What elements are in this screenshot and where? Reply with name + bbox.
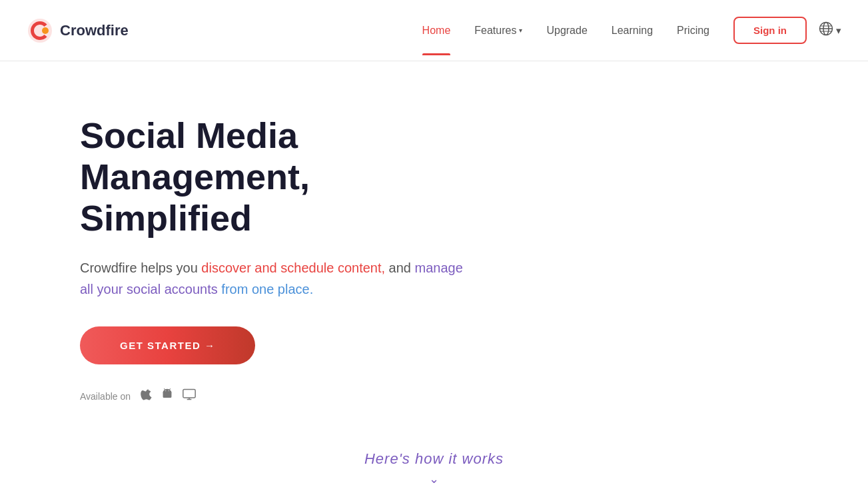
how-it-works-section: Here's how it works ⌄ xyxy=(0,430,868,497)
nav-links: Home Features ▾ Upgrade Learning Pricing xyxy=(422,25,709,37)
nav-item-learning: Learning xyxy=(612,25,653,37)
android-icon xyxy=(161,388,173,404)
nav-link-pricing[interactable]: Pricing xyxy=(677,25,709,36)
logo-link[interactable]: Crowdfire xyxy=(27,17,129,44)
logo-icon xyxy=(27,17,53,44)
hero-title: Social Media Management, Simplified xyxy=(80,115,466,239)
available-on-label: Available on xyxy=(80,391,131,402)
nav-item-features: Features ▾ xyxy=(474,25,522,37)
nav-link-home[interactable]: Home xyxy=(422,25,451,36)
get-started-label: GET STARTED → xyxy=(120,340,215,351)
logo-text: Crowdfire xyxy=(60,22,129,39)
nav-link-upgrade[interactable]: Upgrade xyxy=(546,25,587,36)
hero-highlight-discover: discover and schedule content, xyxy=(201,260,385,275)
nav-link-features[interactable]: Features ▾ xyxy=(474,25,522,37)
language-selector[interactable]: ▾ xyxy=(819,21,841,39)
main-nav: Crowdfire Home Features ▾ Upgrade Learni… xyxy=(0,0,868,61)
lang-chevron: ▾ xyxy=(836,25,841,37)
nav-item-upgrade: Upgrade xyxy=(546,25,587,37)
available-on-section: Available on xyxy=(80,388,466,404)
nav-active-underline xyxy=(422,53,451,55)
hero-highlight-place: from one place. xyxy=(221,282,313,296)
nav-item-pricing: Pricing xyxy=(677,25,709,37)
get-started-button[interactable]: GET STARTED → xyxy=(80,326,255,364)
nav-item-home: Home xyxy=(422,25,451,37)
apple-icon xyxy=(140,388,152,404)
globe-icon xyxy=(819,21,833,39)
nav-link-learning[interactable]: Learning xyxy=(612,25,653,36)
hero-subtitle: Crowdfire helps you discover and schedul… xyxy=(80,257,466,300)
svg-point-1 xyxy=(42,27,49,34)
hero-section: Social Media Management, Simplified Crow… xyxy=(0,61,520,430)
sign-in-button[interactable]: Sign in xyxy=(733,17,807,44)
svg-rect-7 xyxy=(183,390,195,398)
desktop-icon xyxy=(183,388,196,404)
features-chevron-icon: ▾ xyxy=(519,27,522,34)
how-it-works-label: Here's how it works xyxy=(0,450,868,468)
how-it-works-chevron-icon[interactable]: ⌄ xyxy=(0,472,868,486)
